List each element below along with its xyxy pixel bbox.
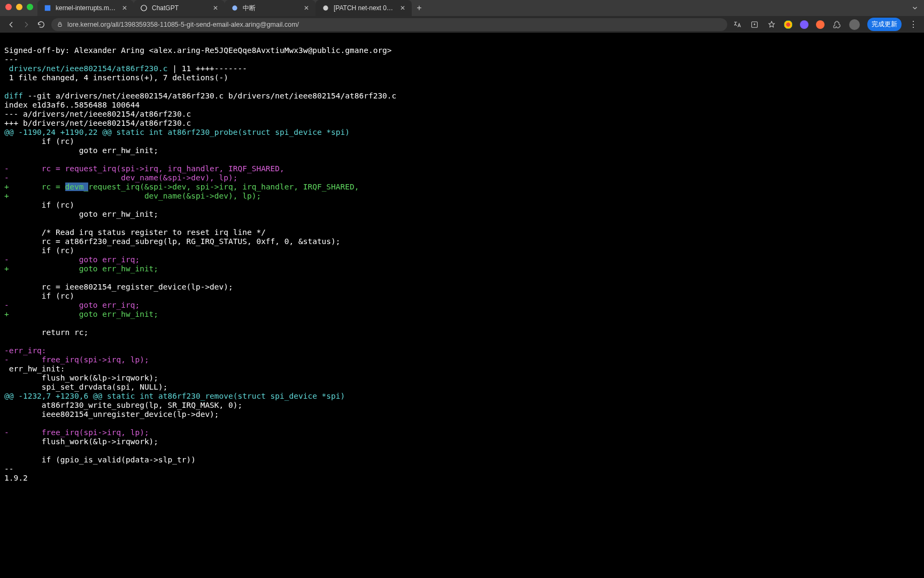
ctx-line: rc = at86rf230_read_subreg(lp, RG_IRQ_ST…	[4, 237, 341, 246]
removed-line: - goto err_irq;	[4, 255, 140, 264]
index-line: index e1d3af6..5856488 100644	[4, 101, 140, 109]
removed-line: - free_irq(spi->irq, lp);	[4, 428, 149, 437]
removed-line: - goto err_irq;	[4, 301, 140, 309]
new-tab-button[interactable]: +	[412, 0, 427, 16]
ctx-line: err_hw_init:	[4, 364, 65, 373]
chatgpt-icon	[140, 4, 148, 12]
ctx-line: if (rc)	[4, 137, 74, 146]
blank-line	[4, 419, 9, 428]
ctx-line: ieee802154_unregister_device(lp->dev);	[4, 410, 219, 419]
extension-icon[interactable]	[816, 20, 825, 29]
svg-rect-3	[58, 24, 61, 27]
url-text: lore.kernel.org/all/1398359358-11085-5-g…	[67, 21, 299, 28]
web-icon	[231, 4, 238, 12]
maximize-window-button[interactable]	[27, 4, 33, 10]
separator: ---	[4, 55, 18, 64]
browser-menu-icon[interactable]: ⋮	[909, 19, 918, 29]
back-button[interactable]	[6, 20, 16, 29]
ctx-line: goto err_hw_init;	[4, 146, 158, 155]
tab-patch[interactable]: [PATCH net-next 04/14] at86… ✕	[315, 0, 412, 16]
stat-tail: | 11 ++++-------	[168, 64, 247, 73]
tab-interrupt-cn[interactable]: 中断 ✕	[225, 0, 315, 16]
browser-chrome: kernel-interrupts.md — code ✕ ChatGPT ✕ …	[0, 0, 924, 33]
close-icon[interactable]: ✕	[400, 4, 405, 12]
added-line: + goto err_hw_init;	[4, 264, 158, 273]
removed-line: -err_irq:	[4, 346, 47, 355]
added-line-suffix: request_irq(&spi->dev, spi->irq, irq_han…	[88, 182, 359, 191]
added-line-prefix: + rc =	[4, 182, 65, 191]
bookmark-star-icon[interactable]	[767, 20, 776, 29]
separator: --	[4, 465, 18, 473]
minimize-window-button[interactable]	[16, 4, 22, 10]
extension-icon[interactable]	[800, 20, 808, 29]
diff-content[interactable]: Signed-off-by: Alexander Aring <alex.ari…	[0, 33, 924, 487]
ctx-line: flush_work(&lp->irqwork);	[4, 374, 158, 382]
close-icon[interactable]: ✕	[304, 4, 309, 12]
update-button-label: 完成更新	[872, 20, 897, 29]
git-version: 1.9.2	[4, 474, 28, 482]
added-line: + goto err_hw_init;	[4, 310, 158, 318]
ctx-line: rc = ieee802154_register_device(lp->dev)…	[4, 283, 233, 291]
diff-cmd-tail: --git a/drivers/net/ieee802154/at86rf230…	[23, 92, 396, 100]
forward-button[interactable]	[21, 20, 31, 29]
tab-kernel-interrupts[interactable]: kernel-interrupts.md — code ✕	[37, 0, 134, 16]
signed-off-line: Signed-off-by: Alexander Aring <alex.ari…	[4, 46, 392, 55]
ctx-line: if (rc)	[4, 292, 74, 300]
tab-strip: kernel-interrupts.md — code ✕ ChatGPT ✕ …	[0, 0, 924, 16]
removed-line: - dev_name(&spi->dev), lp);	[4, 173, 238, 182]
reload-button[interactable]	[36, 20, 46, 29]
toolbar: lore.kernel.org/all/1398359358-11085-5-g…	[0, 16, 924, 33]
svg-point-1	[232, 5, 237, 10]
vscode-icon	[44, 4, 51, 12]
close-icon[interactable]: ✕	[122, 4, 127, 12]
translate-icon[interactable]	[733, 20, 742, 29]
blank-line	[4, 446, 9, 455]
window-controls	[5, 4, 33, 10]
tab-label: kernel-interrupts.md — code	[56, 4, 118, 12]
minus-file: --- a/drivers/net/ieee802154/at86rf230.c	[4, 110, 191, 118]
profile-avatar[interactable]	[849, 19, 860, 30]
ctx-line: if (rc)	[4, 246, 74, 255]
site-info-icon[interactable]	[57, 21, 63, 28]
blank-line	[4, 219, 9, 227]
svg-point-2	[323, 5, 328, 10]
ctx-line: if (gpio_is_valid(pdata->slp_tr))	[4, 455, 196, 464]
diff-cmd-head: diff	[4, 92, 23, 100]
blank-line	[4, 155, 9, 164]
removed-line: - free_irq(spi->irq, lp);	[4, 355, 149, 364]
ctx-line: /* Read irq status register to reset irq…	[4, 228, 266, 237]
tab-list-button[interactable]	[906, 0, 924, 16]
blank-line	[4, 319, 9, 328]
blank-line	[4, 337, 9, 346]
close-window-button[interactable]	[5, 4, 12, 10]
ctx-line: spi_set_drvdata(spi, NULL);	[4, 383, 168, 391]
tab-label: [PATCH net-next 04/14] at86…	[334, 4, 396, 12]
ctx-line: if (rc)	[4, 201, 74, 209]
hunk-header: @@ -1190,24 +1190,22 @@ static int at86r…	[4, 128, 350, 136]
extension-icon[interactable]	[784, 20, 792, 29]
tab-label: ChatGPT	[152, 4, 209, 12]
ctx-line: goto err_hw_init;	[4, 210, 158, 218]
extensions-menu-icon[interactable]	[832, 20, 842, 29]
svg-point-0	[141, 5, 147, 11]
update-button[interactable]: 完成更新	[867, 18, 902, 31]
tab-chatgpt[interactable]: ChatGPT ✕	[134, 0, 225, 16]
web-icon	[322, 4, 329, 12]
stat-summary: 1 file changed, 4 insertions(+), 7 delet…	[4, 73, 228, 82]
stat-file: drivers/net/ieee802154/at86rf230.c	[4, 64, 168, 73]
hunk-header: @@ -1232,7 +1230,6 @@ static int at86rf2…	[4, 392, 345, 400]
address-bar[interactable]: lore.kernel.org/all/1398359358-11085-5-g…	[51, 18, 727, 31]
removed-line: - rc = request_irq(spi->irq, irq_handler…	[4, 164, 284, 173]
ctx-line: flush_work(&lp->irqwork);	[4, 437, 158, 446]
added-line: + dev_name(&spi->dev), lp);	[4, 192, 261, 200]
plus-file: +++ b/drivers/net/ieee802154/at86rf230.c	[4, 119, 191, 127]
ctx-line: return rc;	[4, 328, 88, 337]
install-icon[interactable]	[750, 20, 759, 29]
tab-label: 中断	[243, 4, 299, 13]
blank-line	[4, 273, 9, 282]
close-icon[interactable]: ✕	[213, 4, 218, 12]
ctx-line: at86rf230_write_subreg(lp, SR_IRQ_MASK, …	[4, 401, 242, 409]
toolbar-right: 完成更新 ⋮	[733, 18, 918, 31]
selected-text: devm_	[65, 182, 89, 191]
